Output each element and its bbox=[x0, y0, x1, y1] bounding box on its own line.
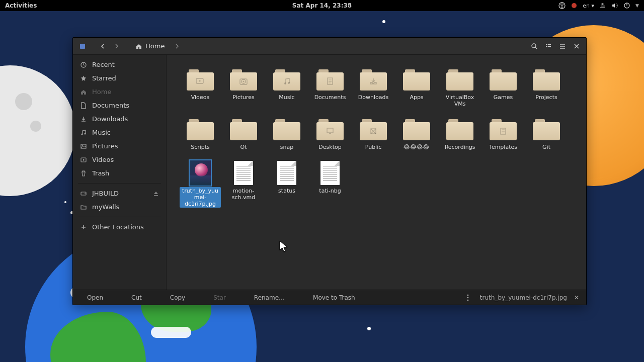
action-more[interactable] bbox=[461, 294, 475, 301]
file-motion-sch-vmd[interactable]: motion-sch.vmd bbox=[222, 156, 265, 210]
a11y-icon[interactable] bbox=[558, 2, 566, 9]
titlebar: Home bbox=[73, 38, 586, 55]
sidebar-item-pictures[interactable]: Pictures bbox=[73, 139, 166, 153]
folder-virtualbox-vms[interactable]: VirtualBox VMs bbox=[438, 63, 481, 110]
action-star[interactable]: Star bbox=[199, 290, 240, 305]
sidebar-item-label: myWalls bbox=[92, 203, 119, 211]
item-label: Scripts bbox=[190, 143, 211, 151]
item-label: Recordings bbox=[444, 143, 476, 151]
sidebar-item-trash[interactable]: Trash bbox=[73, 166, 166, 180]
folder-git[interactable]: Git bbox=[525, 113, 568, 153]
item-label: motion-sch.vmd bbox=[223, 187, 264, 201]
hamburger-menu-button[interactable] bbox=[556, 40, 569, 53]
keyboard-lang[interactable]: en ▾ bbox=[583, 3, 594, 9]
sidebar-item-downloads[interactable]: Downloads bbox=[73, 112, 166, 126]
folder-desktop[interactable]: Desktop bbox=[308, 113, 352, 153]
item-label: VirtualBox VMs bbox=[439, 94, 480, 108]
new-tab-button[interactable] bbox=[76, 40, 89, 53]
folder-icon bbox=[187, 68, 214, 90]
eject-icon[interactable] bbox=[153, 191, 159, 197]
nav-back-button[interactable] bbox=[96, 40, 109, 53]
window-body: RecentStarredHomeDocumentsDownloadsMusic… bbox=[73, 55, 586, 290]
action-copy[interactable]: Copy bbox=[156, 290, 199, 305]
sidebar-item-recent[interactable]: Recent bbox=[73, 58, 166, 71]
sidebar-item-home[interactable]: Home bbox=[73, 85, 166, 99]
sidebar-item-label: Home bbox=[92, 88, 111, 96]
image-thumb bbox=[189, 159, 212, 187]
wallpaper-moon bbox=[0, 65, 75, 196]
sidebar-item-other-locations[interactable]: Other Locations bbox=[73, 220, 166, 234]
sidebar-item-documents[interactable]: Documents bbox=[73, 99, 166, 112]
sidebar-item-videos[interactable]: Videos bbox=[73, 153, 166, 166]
sidebar-item-starred[interactable]: Starred bbox=[73, 71, 166, 85]
activities-button[interactable]: Activities bbox=[0, 2, 37, 9]
path-label: Home bbox=[145, 42, 165, 50]
action-cut[interactable]: Cut bbox=[117, 290, 156, 305]
item-label: Apps bbox=[409, 94, 424, 101]
folder-projects[interactable]: Projects bbox=[525, 63, 568, 110]
sidebar-item-label: JHBUILD bbox=[92, 190, 119, 197]
selection-close[interactable]: ✕ bbox=[572, 294, 581, 301]
action-rename[interactable]: Rename… bbox=[240, 290, 299, 305]
record-icon[interactable] bbox=[571, 2, 578, 9]
folder-icon bbox=[360, 68, 387, 90]
sidebar-item-label: Other Locations bbox=[92, 223, 144, 231]
nav-forward-button[interactable] bbox=[110, 40, 123, 53]
folder-😂😂😂😂[interactable]: 😂😂😂😂 bbox=[395, 113, 438, 153]
sidebar-item-jhbuild[interactable]: JHBUILD bbox=[73, 187, 166, 200]
power-icon[interactable] bbox=[623, 2, 630, 9]
folder-scripts[interactable]: Scripts bbox=[179, 113, 222, 153]
file-truth-by-yuumei-dc1ri7p-jpg[interactable]: truth_by_yuumei-dc1ri7p.jpg bbox=[179, 156, 222, 210]
panel-system-area: en ▾ ▼ bbox=[558, 2, 644, 9]
volume-icon[interactable] bbox=[611, 2, 618, 9]
item-label: Downloads bbox=[357, 94, 389, 101]
svg-point-17 bbox=[85, 193, 86, 194]
path-home[interactable]: Home bbox=[130, 40, 170, 52]
action-trash[interactable]: Move to Trash bbox=[299, 290, 369, 305]
panel-clock[interactable]: Sat Apr 14, 23:38 bbox=[292, 2, 352, 9]
search-button[interactable] bbox=[528, 40, 541, 53]
folder-public[interactable]: Public bbox=[352, 113, 395, 153]
sidebar-item-music[interactable]: Music bbox=[73, 126, 166, 139]
svg-rect-25 bbox=[327, 128, 333, 133]
down-icon bbox=[80, 116, 87, 123]
folder-icon bbox=[316, 68, 344, 90]
files-window: Home RecentStarredHomeDocumentsDownloads… bbox=[72, 37, 587, 305]
folder-icon bbox=[490, 68, 517, 90]
folder-qt[interactable]: Qt bbox=[222, 113, 265, 153]
action-open[interactable]: Open bbox=[73, 290, 117, 305]
file-tati-nbg[interactable]: tati-nbg bbox=[308, 156, 352, 210]
folder-downloads[interactable]: Downloads bbox=[352, 63, 395, 110]
sidebar-item-mywalls[interactable]: myWalls bbox=[73, 200, 166, 214]
music-icon bbox=[80, 129, 87, 136]
content-area[interactable]: VideosPicturesMusicDocumentsDownloadsApp… bbox=[167, 55, 586, 290]
item-label: Projects bbox=[534, 94, 558, 101]
doc-icon bbox=[234, 161, 253, 185]
folder-templates[interactable]: Templates bbox=[481, 113, 525, 153]
sidebar-item-label: Recent bbox=[92, 61, 115, 68]
home-icon bbox=[80, 88, 87, 96]
folder-pictures[interactable]: Pictures bbox=[222, 63, 265, 110]
folder-videos[interactable]: Videos bbox=[179, 63, 222, 110]
selection-info: truth_by_yuumei-dc1ri7p.jpg ✕ bbox=[475, 294, 586, 301]
network-icon[interactable] bbox=[599, 2, 606, 9]
item-label: tati-nbg bbox=[318, 187, 342, 195]
svg-point-2 bbox=[572, 3, 577, 8]
svg-rect-8 bbox=[548, 44, 551, 45]
chevron-down-icon[interactable]: ▼ bbox=[635, 3, 639, 8]
path-next-chevron[interactable] bbox=[171, 40, 184, 53]
svg-point-29 bbox=[467, 297, 469, 298]
folder-documents[interactable]: Documents bbox=[308, 63, 352, 110]
folder-apps[interactable]: Apps bbox=[395, 63, 438, 110]
folder-music[interactable]: Music bbox=[265, 63, 308, 110]
folder-snap[interactable]: snap bbox=[265, 113, 308, 153]
folder-recordings[interactable]: Recordings bbox=[438, 113, 481, 153]
folder-icon bbox=[230, 118, 257, 140]
view-toggle-button[interactable] bbox=[542, 40, 555, 53]
close-button[interactable] bbox=[570, 40, 583, 53]
sidebar-item-label: Videos bbox=[92, 156, 114, 163]
folder-games[interactable]: Games bbox=[481, 63, 525, 110]
file-status[interactable]: status bbox=[265, 156, 308, 210]
item-label: Public bbox=[364, 143, 383, 151]
item-label: Games bbox=[493, 94, 514, 101]
